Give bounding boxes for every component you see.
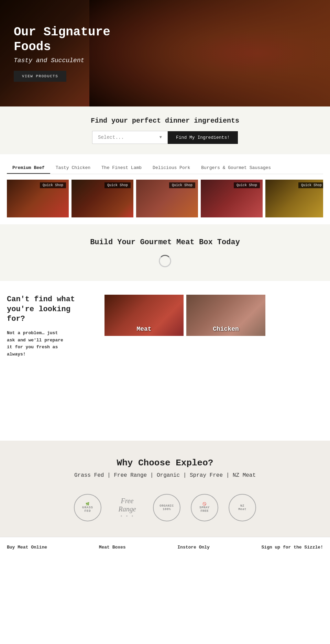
nz-meat-icon: NZMeat [238, 504, 246, 511]
custom-section: Can't find what you're looking for? Not … [0, 281, 330, 372]
product-card-5[interactable]: Quick Shop [265, 180, 323, 217]
nz-meat-badge: NZMeat [229, 494, 256, 521]
quick-shop-badge-2[interactable]: Quick Shop [104, 182, 131, 188]
search-title: Find your perfect dinner ingredients [7, 117, 323, 125]
tab-finest-lamb[interactable]: The Finest Lamb [96, 162, 147, 174]
chevron-down-icon: ▼ [160, 135, 162, 140]
quick-shop-badge-4[interactable]: Quick Shop [234, 182, 260, 188]
badge-organic: ORGANIC100% [153, 494, 180, 521]
spacer [0, 372, 330, 441]
tab-delicious-pork[interactable]: Delicious Pork [147, 162, 196, 174]
badges-row: 🌿GRASSFED Free Range ✦ ✦ ✦ ORGANIC100% 🚫… [7, 492, 323, 523]
quick-shop-badge-1[interactable]: Quick Shop [40, 182, 66, 188]
product-card-1[interactable]: Quick Shop [7, 180, 69, 217]
footer-nav: Buy Meat Online Meat Boxes Instore Only … [0, 537, 330, 557]
meatbox-section: Build Your Gourmet Meat Box Today [0, 224, 330, 281]
footer-signup-title[interactable]: Sign up for the Sizzle! [262, 545, 323, 550]
product-card-2[interactable]: Quick Shop [72, 180, 133, 217]
footer-col-instore: Instore Only [177, 544, 210, 550]
why-subtitle: Grass Fed | Free Range | Organic | Spray… [7, 472, 323, 478]
quick-shop-badge-3[interactable]: Quick Shop [169, 182, 195, 188]
organic-badge: ORGANIC100% [153, 494, 180, 521]
footer-col-signup: Sign up for the Sizzle! [262, 544, 323, 550]
category-cards: Meat Chicken [104, 295, 323, 336]
ingredient-select[interactable]: Select... ▼ [92, 131, 168, 144]
category-label-chicken: Chicken [213, 326, 239, 332]
category-label-meat: Meat [136, 326, 151, 332]
badge-free-range: Free Range ✦ ✦ ✦ [112, 492, 143, 523]
hero-section: Our Signature Foods Tasty and Succulent … [0, 0, 330, 106]
grass-fed-icon: 🌿GRASSFED [82, 502, 93, 513]
spray-free-badge: 🚫SPRAYFREE [191, 494, 218, 521]
product-card-3[interactable]: Quick Shop [136, 180, 198, 217]
product-card-4[interactable]: Quick Shop [201, 180, 263, 217]
find-ingredients-button[interactable]: Find My Ingredients! [168, 131, 238, 144]
select-placeholder: Select... [98, 135, 124, 140]
tab-tasty-chicken[interactable]: Tasty Chicken [50, 162, 96, 174]
tab-burgers-sausages[interactable]: Burgers & Gourmet Sausages [196, 162, 276, 174]
footer-col-buy-meat: Buy Meat Online [7, 544, 47, 550]
hero-title: Our Signature Foods [14, 25, 110, 54]
badge-grass-fed: 🌿GRASSFED [74, 494, 101, 521]
custom-text: Can't find what you're looking for? Not … [7, 295, 96, 358]
hero-subtitle: Tasty and Succulent [14, 57, 110, 64]
free-range-text2: Range [118, 506, 136, 512]
free-range-leaves-icon: ✦ ✦ ✦ [120, 514, 134, 518]
search-section: Find your perfect dinner ingredients Sel… [0, 106, 330, 154]
product-tabs-nav: Premium Beef Tasty Chicken The Finest La… [7, 162, 323, 174]
grass-fed-badge: 🌿GRASSFED [74, 494, 101, 521]
organic-icon: ORGANIC100% [160, 504, 174, 511]
badge-nz-meat: NZMeat [229, 494, 256, 521]
tab-premium-beef[interactable]: Premium Beef [7, 162, 50, 174]
spray-free-icon: 🚫SPRAYFREE [199, 502, 210, 513]
category-card-meat[interactable]: Meat [104, 295, 184, 336]
footer-buy-meat-title[interactable]: Buy Meat Online [7, 545, 47, 550]
view-products-button[interactable]: VIEW PRODUCTS [14, 71, 66, 82]
footer-meat-boxes-title[interactable]: Meat Boxes [99, 545, 126, 550]
custom-heading: Can't find what you're looking for? [7, 295, 96, 324]
why-title: Why Choose Expleo? [7, 458, 323, 468]
custom-description: Not a problem… just ask and we'll prepar… [7, 330, 96, 358]
product-grid: Quick Shop Quick Shop Quick Shop Quick S… [7, 180, 323, 224]
meatbox-title: Build Your Gourmet Meat Box Today [7, 238, 323, 247]
category-card-chicken[interactable]: Chicken [186, 295, 265, 336]
search-row: Select... ▼ Find My Ingredients! [7, 131, 323, 144]
why-choose-section: Why Choose Expleo? Grass Fed | Free Rang… [0, 441, 330, 537]
hero-content: Our Signature Foods Tasty and Succulent … [14, 25, 110, 82]
loading-spinner [159, 255, 171, 267]
footer-instore-title[interactable]: Instore Only [177, 545, 210, 550]
free-range-text: Free [121, 497, 133, 504]
quick-shop-badge-5[interactable]: Quick Shop [298, 182, 323, 188]
footer-col-meat-boxes: Meat Boxes [99, 544, 126, 550]
product-tabs-section: Premium Beef Tasty Chicken The Finest La… [0, 154, 330, 224]
badge-spray-free: 🚫SPRAYFREE [191, 494, 218, 521]
